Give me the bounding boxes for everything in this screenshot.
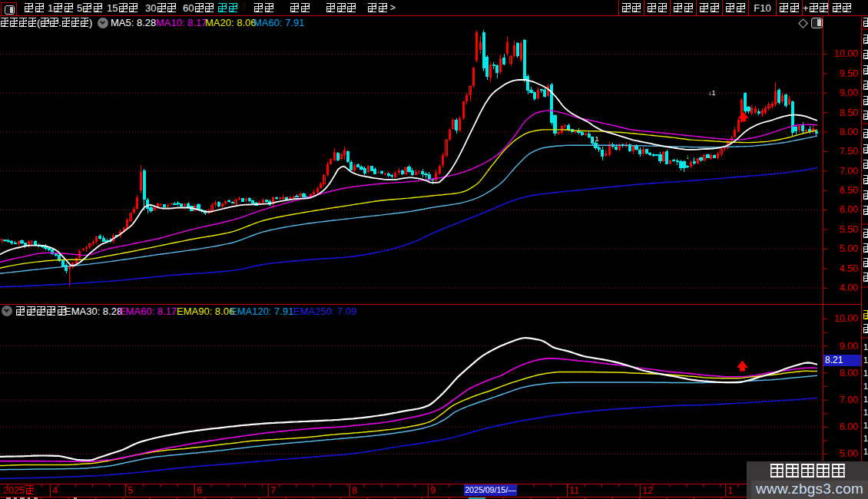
svg-text:↓1: ↓1 (708, 89, 716, 97)
svg-text:↓1: ↓1 (591, 135, 599, 143)
svg-text:↓: ↓ (686, 153, 690, 160)
